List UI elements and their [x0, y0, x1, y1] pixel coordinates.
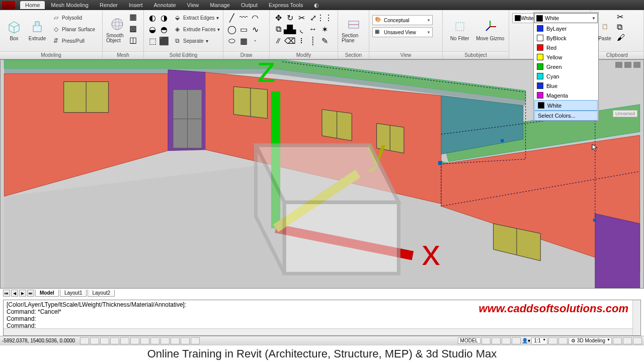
draw-hatch[interactable]: ▦ [238, 35, 249, 46]
layout-next[interactable]: ▶ [19, 290, 26, 297]
st-r6[interactable] [558, 337, 568, 344]
color-item-red[interactable]: Red [534, 43, 598, 52]
panel-modify-label[interactable]: Modify [270, 51, 338, 58]
tab-mesh-modeling[interactable]: Mesh Modeling [46, 1, 94, 9]
saved-view-combo[interactable]: ▦Unsaved View [372, 27, 433, 37]
layout-prev[interactable]: ◀ [11, 290, 18, 297]
draw-pline[interactable]: 〰 [238, 12, 249, 23]
color-item-white[interactable]: White [534, 100, 598, 111]
tab-extra-icon[interactable]: ◐ [309, 1, 324, 10]
tab-render[interactable]: Render [95, 1, 123, 9]
layout-2[interactable]: Layout2 [88, 290, 115, 297]
move-gizmo-button[interactable]: Move Gizmo [475, 12, 506, 47]
mesh-tool-1[interactable]: ▦ [129, 12, 140, 23]
match-button[interactable]: 🖌 [617, 33, 627, 43]
panel-draw-label[interactable]: Draw [223, 51, 269, 58]
mod-break[interactable]: ┊ [307, 35, 318, 46]
layout-model[interactable]: Model [35, 290, 59, 297]
solid-tool-c[interactable]: ◒ [147, 24, 158, 35]
layout-1[interactable]: Layout1 [60, 290, 87, 297]
mod-copy[interactable]: ⧉ [273, 24, 284, 35]
polar-toggle[interactable] [110, 337, 119, 344]
mod-fillet[interactable]: ◟ [296, 24, 307, 35]
mesh-tool-2[interactable]: ▩ [129, 24, 140, 35]
color-item-yellow[interactable]: Yellow [534, 52, 598, 62]
draw-arc[interactable]: ◠ [250, 12, 261, 23]
panel-modeling-label[interactable]: Modeling [0, 51, 102, 58]
grid-toggle[interactable] [90, 337, 99, 344]
mod-edit[interactable]: ✎ [319, 35, 330, 46]
layout-last[interactable]: ⏭ [27, 290, 34, 297]
tab-view[interactable]: View [182, 1, 204, 9]
model-space-label[interactable]: MODEL [458, 337, 481, 344]
st-r7[interactable] [613, 337, 622, 344]
people-icon[interactable]: 👤▾ [522, 338, 530, 343]
extrude-button[interactable]: Extrude [26, 12, 48, 47]
panel-section-label[interactable]: Section [338, 51, 369, 58]
st-r9[interactable] [633, 337, 642, 344]
ducs-toggle[interactable] [140, 337, 149, 344]
tab-express[interactable]: Express Tools [264, 1, 308, 9]
mod-array[interactable]: ⋮⋮ [319, 12, 330, 23]
visual-style-combo[interactable]: 🎨Conceptual [372, 15, 433, 25]
snap-toggle[interactable] [80, 337, 89, 344]
color-item-magenta[interactable]: Magenta [534, 90, 598, 100]
no-filter-button[interactable]: No Filter [446, 12, 474, 47]
planar-surface-button[interactable]: ◇Planar Surface [49, 24, 98, 35]
layout-first[interactable]: ⏮ [3, 290, 10, 297]
mesh-tool-3[interactable]: ◫ [129, 35, 140, 46]
draw-circle[interactable]: ◯ [226, 24, 237, 35]
panel-mesh-label[interactable]: Mesh [103, 51, 143, 58]
mod-explode[interactable]: ✶ [319, 24, 330, 35]
color-item-bylayer[interactable]: ByLayer [534, 24, 598, 33]
solid-tool-e[interactable]: ⬚ [147, 35, 158, 46]
tab-output[interactable]: Output [236, 1, 263, 9]
box-button[interactable]: Box [3, 12, 25, 47]
mod-stretch[interactable]: ↔ [307, 24, 318, 35]
mod-join[interactable]: ⫶ [296, 35, 307, 46]
st-r2[interactable] [492, 337, 501, 344]
solid-tool-a[interactable]: ◐ [147, 12, 158, 23]
draw-ellipse[interactable]: ⬭ [226, 35, 237, 46]
extrude-faces-button[interactable]: ◈Extrude Faces ▾ [171, 24, 222, 35]
mod-erase[interactable]: ⌫ [284, 35, 295, 46]
color-dropdown-header[interactable]: White [534, 13, 598, 23]
mod-mirror[interactable]: ▟▙ [284, 24, 295, 35]
polysolid-button[interactable]: ▱Polysolid [49, 12, 98, 23]
st-r3[interactable] [502, 337, 511, 344]
select-colors-item[interactable]: Select Colors... [534, 111, 598, 121]
mod-rotate[interactable]: ↻ [284, 12, 295, 23]
color-item-green[interactable]: Green [534, 62, 598, 71]
sc-toggle[interactable] [181, 337, 190, 344]
separate-button[interactable]: ⧉Separate ▾ [171, 35, 222, 46]
section-plane-button[interactable]: Section Plane [341, 12, 366, 47]
panel-solid-label[interactable]: Solid Editing [144, 51, 223, 58]
anno-scale[interactable]: 1:1 [531, 337, 547, 344]
mod-offset[interactable]: ⫽ [273, 35, 284, 46]
solid-tool-f[interactable]: ⬛ [158, 35, 170, 46]
st-r4[interactable] [512, 337, 521, 344]
solid-tool-d[interactable]: ◓ [158, 24, 170, 35]
draw-rect[interactable]: ▭ [238, 24, 249, 35]
cmd-scroll-v[interactable] [632, 300, 640, 335]
mod-trim[interactable]: ✂ [296, 12, 307, 23]
st-r1[interactable] [481, 337, 491, 344]
st-r8[interactable] [623, 337, 632, 344]
workspace-combo[interactable]: ⚙ 3D Modeling [569, 337, 612, 344]
cut-button[interactable]: ✂ [617, 12, 627, 22]
am-toggle[interactable] [191, 337, 200, 344]
extract-edges-button[interactable]: ⬙Extract Edges ▾ [171, 12, 222, 23]
tab-insert[interactable]: Insert [124, 1, 148, 9]
dyn-toggle[interactable] [150, 337, 159, 344]
tab-annotate[interactable]: Annotate [149, 1, 181, 9]
command-window[interactable]: [Color/LAyer/LType/ltScale/LWeight/Thick… [3, 300, 641, 336]
solid-tool-b[interactable]: ◑ [158, 12, 170, 23]
panel-view-label[interactable]: View [369, 51, 442, 58]
draw-spline[interactable]: ∿ [250, 24, 261, 35]
otrack-toggle[interactable] [130, 337, 139, 344]
smooth-object-button[interactable]: Smooth Object [106, 12, 128, 47]
ortho-toggle[interactable] [100, 337, 109, 344]
color-item-cyan[interactable]: Cyan [534, 71, 598, 81]
osnap-toggle[interactable] [120, 337, 129, 344]
copy-button[interactable]: ⧉ [617, 23, 627, 33]
